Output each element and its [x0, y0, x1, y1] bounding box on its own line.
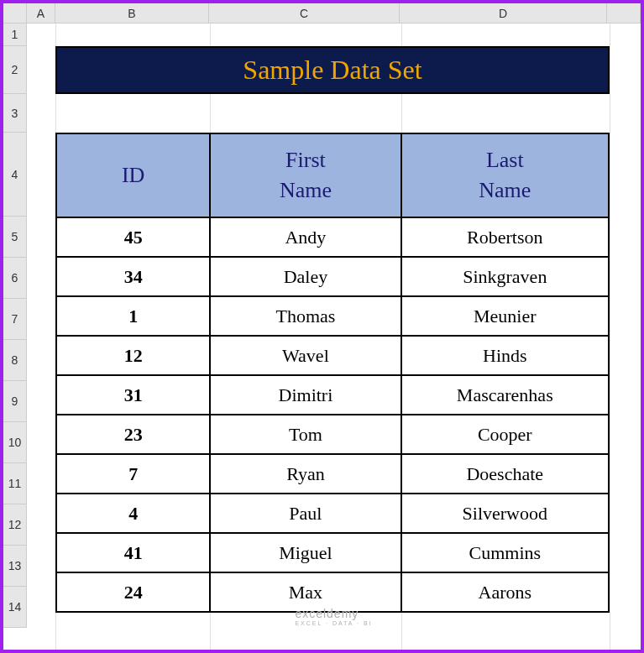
row-header-4[interactable]: 4 [3, 133, 27, 217]
table-row: 31DimitriMascarenhas [56, 375, 609, 415]
row-header-2[interactable]: 2 [3, 46, 27, 94]
row-header-5[interactable]: 5 [3, 217, 27, 258]
cell-first[interactable]: Daley [210, 257, 401, 296]
row-header-12[interactable]: 12 [3, 504, 27, 546]
row-header-10[interactable]: 10 [3, 422, 27, 463]
table-row: 24MaxAarons [56, 572, 609, 612]
cell-last[interactable]: Cummins [401, 533, 609, 572]
cell-first[interactable]: Andy [210, 217, 401, 257]
cell-id[interactable]: 12 [56, 336, 210, 375]
row-header-6[interactable]: 6 [3, 258, 27, 299]
cell-last[interactable]: Cooper [401, 415, 609, 454]
col-header-C[interactable]: C [209, 3, 400, 23]
table-row: 12WavelHinds [56, 336, 609, 375]
header-id[interactable]: ID [56, 133, 210, 217]
header-last-name[interactable]: LastName [401, 133, 609, 217]
select-all-corner[interactable] [3, 3, 27, 24]
title-banner[interactable]: Sample Data Set [55, 46, 610, 94]
cell-id[interactable]: 24 [56, 572, 210, 612]
col-header-D[interactable]: D [400, 3, 607, 23]
cell-first[interactable]: Tom [210, 415, 401, 454]
cell-first[interactable]: Paul [210, 494, 401, 533]
cell-first[interactable]: Miguel [210, 533, 401, 572]
col-header-A[interactable]: A [27, 3, 55, 23]
table-row: 34DaleySinkgraven [56, 257, 609, 296]
cell-first[interactable]: Wavel [210, 336, 401, 375]
cell-id[interactable]: 7 [56, 454, 210, 494]
cell-id[interactable]: 23 [56, 415, 210, 454]
table-row: 1ThomasMeunier [56, 296, 609, 336]
data-table: ID FirstName LastName 45AndyRobertson34D… [55, 133, 610, 613]
cell-last[interactable]: Robertson [401, 217, 609, 257]
cell-last[interactable]: Silverwood [401, 494, 609, 533]
table-row: 4PaulSilverwood [56, 494, 609, 533]
cell-last[interactable]: Aarons [401, 572, 609, 612]
watermark-sub: EXCEL · DATA · BI [295, 620, 372, 626]
row-header-7[interactable]: 7 [3, 299, 27, 340]
row-headers: 1234567891011121314 [3, 24, 27, 628]
row-header-14[interactable]: 14 [3, 587, 27, 628]
table-row: 7RyanDoeschate [56, 454, 609, 494]
table-row: 23TomCooper [56, 415, 609, 454]
row-header-9[interactable]: 9 [3, 381, 27, 422]
table-header-row: ID FirstName LastName [56, 133, 609, 217]
row-header-3[interactable]: 3 [3, 94, 27, 133]
cell-id[interactable]: 4 [56, 494, 210, 533]
header-first-name[interactable]: FirstName [210, 133, 401, 217]
cell-last[interactable]: Hinds [401, 336, 609, 375]
row-header-11[interactable]: 11 [3, 463, 27, 504]
column-headers: A B C D [3, 3, 641, 24]
row-header-1[interactable]: 1 [3, 24, 27, 46]
cell-first[interactable]: Thomas [210, 296, 401, 336]
row-header-13[interactable]: 13 [3, 546, 27, 587]
cell-first[interactable]: Max [210, 572, 401, 612]
cell-id[interactable]: 45 [56, 217, 210, 257]
table-row: 45AndyRobertson [56, 217, 609, 257]
cell-first[interactable]: Ryan [210, 454, 401, 494]
col-header-B[interactable]: B [55, 3, 209, 23]
cell-last[interactable]: Doeschate [401, 454, 609, 494]
cell-last[interactable]: Mascarenhas [401, 375, 609, 415]
table-row: 41MiguelCummins [56, 533, 609, 572]
cell-last[interactable]: Sinkgraven [401, 257, 609, 296]
cell-last[interactable]: Meunier [401, 296, 609, 336]
col-header-E[interactable] [607, 3, 641, 23]
row-header-8[interactable]: 8 [3, 340, 27, 381]
cell-first[interactable]: Dimitri [210, 375, 401, 415]
cell-id[interactable]: 31 [56, 375, 210, 415]
sheet-content: Sample Data Set ID FirstName LastName 45… [27, 24, 641, 650]
title-text: Sample Data Set [243, 55, 421, 86]
spreadsheet-area: A B C D 1234567891011121314 Sample Data … [3, 3, 641, 650]
cell-id[interactable]: 1 [56, 296, 210, 336]
cell-id[interactable]: 41 [56, 533, 210, 572]
cell-id[interactable]: 34 [56, 257, 210, 296]
